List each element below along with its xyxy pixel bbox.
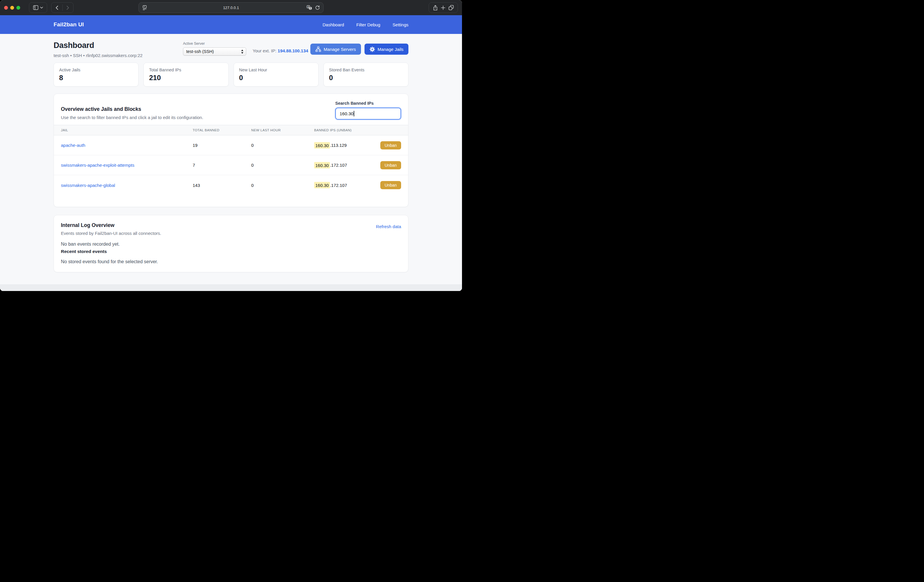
active-server-label: Active Server bbox=[183, 41, 246, 46]
app-brand[interactable]: Fail2ban UI bbox=[54, 21, 84, 28]
total-banned-value: 7 bbox=[193, 163, 251, 168]
fullscreen-window-button[interactable] bbox=[16, 6, 20, 10]
reload-icon[interactable] bbox=[315, 5, 320, 10]
table-row: apache-auth 19 0 160.30.113.129 Unban bbox=[54, 135, 408, 155]
page-header: Dashboard test-ssh • SSH • rlinfp02.swis… bbox=[54, 34, 408, 58]
ip-rest: .113.129 bbox=[330, 143, 346, 148]
bottom-strip bbox=[0, 284, 462, 291]
toolbar-right-group bbox=[429, 2, 458, 13]
browser-toolbar: 127.0.0.1 A bbox=[0, 0, 462, 15]
page-title: Dashboard bbox=[54, 41, 183, 50]
ip-search-highlight: 160.30 bbox=[314, 182, 330, 188]
overview-title: Overview active Jails and Blocks bbox=[61, 106, 203, 112]
jail-link[interactable]: swissmakers-apache-global bbox=[61, 183, 193, 188]
banned-ip: 160.30.172.107 bbox=[314, 183, 347, 188]
unban-button[interactable]: Unban bbox=[380, 161, 401, 169]
manage-jails-button[interactable]: Manage Jails bbox=[365, 44, 408, 55]
table-row: swissmakers-apache-exploit-attempts 7 0 … bbox=[54, 155, 408, 175]
new-last-hour-value: 0 bbox=[251, 163, 314, 168]
stat-value: 8 bbox=[59, 74, 133, 82]
new-last-hour-value: 0 bbox=[251, 183, 314, 188]
select-stepper-icon bbox=[241, 49, 244, 54]
sidebar-toggle-button[interactable] bbox=[29, 2, 47, 13]
browser-window: 127.0.0.1 A bbox=[0, 0, 462, 291]
table-header-row: JAIL TOTAL BANNED NEW LAST HOUR BANNED I… bbox=[54, 125, 408, 135]
external-ip: Your ext. IP: 194.88.100.134 bbox=[252, 48, 308, 58]
overview-card: Overview active Jails and Blocks Use the… bbox=[54, 94, 408, 207]
window-controls bbox=[4, 6, 20, 10]
active-server-select[interactable]: test-ssh (SSH) bbox=[183, 48, 246, 56]
internal-log-card: Internal Log Overview Events stored by F… bbox=[54, 215, 408, 272]
col-header-jail: JAIL bbox=[61, 128, 193, 132]
ip-search-highlight: 160.30 bbox=[314, 162, 330, 168]
page-content: Dashboard test-ssh • SSH • rlinfp02.swis… bbox=[0, 34, 462, 291]
log-title: Internal Log Overview bbox=[61, 222, 161, 229]
page-subtitle: test-ssh • SSH • rlinfp02.swissmakers.co… bbox=[54, 53, 183, 58]
no-ban-events-text: No ban events recorded yet. bbox=[61, 242, 401, 247]
minimize-window-button[interactable] bbox=[10, 6, 14, 10]
stat-label: Active Jails bbox=[59, 67, 133, 72]
stat-value: 210 bbox=[149, 74, 223, 82]
col-header-new-last-hour: NEW LAST HOUR bbox=[251, 128, 314, 132]
address-bar[interactable]: 127.0.0.1 A bbox=[139, 2, 323, 13]
stat-card-new-last-hour: New Last Hour 0 bbox=[234, 62, 318, 87]
text-caret bbox=[354, 111, 354, 117]
overview-subtitle: Use the search to filter banned IPs and … bbox=[61, 115, 203, 120]
unban-button[interactable]: Unban bbox=[380, 141, 401, 150]
tab-overview-icon[interactable] bbox=[449, 5, 454, 10]
search-banned-ips-label: Search Banned IPs bbox=[335, 101, 401, 105]
share-icon[interactable] bbox=[433, 5, 438, 10]
stat-label: New Last Hour bbox=[239, 67, 313, 72]
app-navbar: Fail2ban UI Dashboard Filter Debug Setti… bbox=[0, 15, 462, 34]
manage-servers-label: Manage Servers bbox=[324, 47, 356, 52]
back-button[interactable] bbox=[51, 3, 63, 13]
new-last-hour-value: 0 bbox=[251, 143, 314, 148]
ip-search-highlight: 160.30 bbox=[314, 142, 330, 149]
table-row: swissmakers-apache-global 143 0 160.30.1… bbox=[54, 175, 408, 195]
refresh-data-link[interactable]: Refresh data bbox=[376, 224, 401, 236]
ip-rest: .172.107 bbox=[330, 183, 347, 188]
stat-cards: Active Jails 8 Total Banned IPs 210 New … bbox=[54, 62, 408, 87]
url-text: 127.0.0.1 bbox=[139, 5, 323, 10]
nav-arrows bbox=[51, 2, 74, 13]
nav-link-dashboard[interactable]: Dashboard bbox=[323, 22, 344, 27]
jail-link[interactable]: swissmakers-apache-exploit-attempts bbox=[61, 163, 193, 168]
stat-card-active-jails: Active Jails 8 bbox=[54, 62, 139, 87]
external-ip-value[interactable]: 194.88.100.134 bbox=[277, 48, 308, 53]
stat-card-total-banned: Total Banned IPs 210 bbox=[144, 62, 228, 87]
svg-text:A: A bbox=[307, 5, 309, 8]
ip-rest: .172.107 bbox=[330, 163, 347, 168]
search-banned-ips-input[interactable]: 160.30 bbox=[335, 108, 401, 120]
total-banned-value: 19 bbox=[193, 143, 251, 148]
translate-icon[interactable]: A bbox=[307, 5, 312, 10]
total-banned-value: 143 bbox=[193, 183, 251, 188]
forward-button[interactable] bbox=[63, 3, 74, 13]
jails-table: JAIL TOTAL BANNED NEW LAST HOUR BANNED I… bbox=[54, 125, 408, 195]
stat-label: Stored Ban Events bbox=[329, 67, 403, 72]
col-header-banned-ips: BANNED IPS (UNBAN) bbox=[314, 128, 401, 132]
nav-link-settings[interactable]: Settings bbox=[393, 22, 408, 27]
stat-label: Total Banned IPs bbox=[149, 67, 223, 72]
gear-icon bbox=[370, 46, 375, 52]
nav-links: Dashboard Filter Debug Settings bbox=[323, 22, 408, 27]
banned-ip: 160.30.113.129 bbox=[314, 143, 346, 148]
new-tab-icon[interactable] bbox=[441, 5, 446, 10]
page-format-icon[interactable] bbox=[143, 5, 147, 10]
col-header-total-banned: TOTAL BANNED bbox=[193, 128, 251, 132]
unban-button[interactable]: Unban bbox=[380, 181, 401, 189]
search-value: 160.30 bbox=[340, 111, 353, 117]
external-ip-label: Your ext. IP: bbox=[252, 48, 276, 53]
banned-ip: 160.30.172.107 bbox=[314, 163, 347, 168]
stat-value: 0 bbox=[329, 74, 403, 82]
stat-card-stored-ban-events: Stored Ban Events 0 bbox=[323, 62, 408, 87]
close-window-button[interactable] bbox=[4, 6, 8, 10]
manage-jails-label: Manage Jails bbox=[378, 47, 403, 52]
recent-stored-events-title: Recent stored events bbox=[61, 249, 401, 254]
jail-link[interactable]: apache-auth bbox=[61, 143, 193, 148]
nav-link-filter-debug[interactable]: Filter Debug bbox=[356, 22, 380, 27]
stat-value: 0 bbox=[239, 74, 313, 82]
chevron-down-icon bbox=[40, 7, 43, 8]
active-server-value: test-ssh (SSH) bbox=[186, 49, 241, 54]
manage-servers-button[interactable]: Manage Servers bbox=[310, 44, 361, 55]
sitemap-icon bbox=[315, 46, 321, 52]
